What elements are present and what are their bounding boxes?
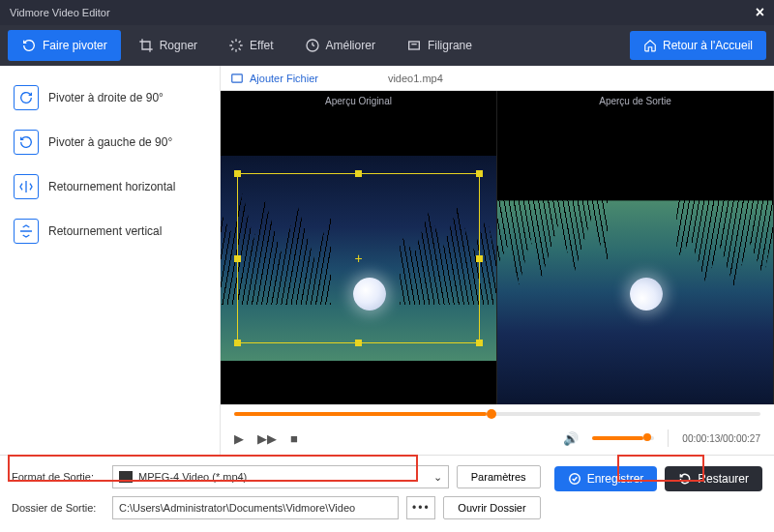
- chevron-down-icon: ⌄: [433, 471, 442, 484]
- volume-icon[interactable]: 🔊: [563, 431, 579, 446]
- refresh-icon: [678, 472, 692, 486]
- output-folder-value: C:\Users\Administrator\Documents\Vidmore…: [119, 502, 355, 514]
- sidebar-flip-vertical[interactable]: Retournement vertical: [6, 209, 214, 253]
- bottom-panel: Format de Sortie: MPEG-4 Video (*.mp4) ⌄…: [0, 455, 774, 532]
- toolbar: Faire pivoter Rogner Effet Améliorer Fil…: [0, 25, 774, 66]
- preview-original-header: Aperçu Original: [221, 91, 497, 112]
- restore-label: Restaurer: [698, 472, 749, 486]
- enhance-icon: [305, 38, 320, 53]
- restore-button[interactable]: Restaurer: [665, 466, 762, 491]
- preview-pane-original[interactable]: +: [221, 112, 497, 404]
- seek-bar[interactable]: [234, 412, 760, 416]
- titlebar: Vidmore Video Editor ×: [0, 0, 774, 25]
- tab-effect[interactable]: Effet: [215, 30, 286, 61]
- svg-rect-2: [232, 74, 243, 81]
- tab-watermark[interactable]: Filigrane: [393, 30, 486, 61]
- output-format-value: MPEG-4 Video (*.mp4): [138, 471, 247, 483]
- rotate-icon: [21, 38, 37, 53]
- sidebar-rotate-left-label: Pivoter à gauche de 90°: [48, 135, 172, 149]
- sidebar-flip-v-label: Retournement vertical: [48, 224, 162, 238]
- open-folder-button[interactable]: Ouvrir Dossier: [443, 496, 540, 519]
- output-format-row: Format de Sortie: MPEG-4 Video (*.mp4) ⌄…: [12, 465, 541, 488]
- sidebar-flip-h-label: Retournement horizontal: [48, 180, 175, 193]
- output-folder-row: Dossier de Sortie: C:\Users\Administrato…: [12, 496, 541, 519]
- rotate-left-icon: [14, 130, 39, 155]
- home-icon: [643, 39, 657, 52]
- tab-crop-label: Rogner: [160, 39, 197, 52]
- stop-icon[interactable]: ■: [290, 431, 298, 446]
- volume-slider[interactable]: [592, 436, 654, 440]
- output-format-label: Format de Sortie:: [12, 471, 104, 483]
- tab-enhance[interactable]: Améliorer: [291, 30, 389, 61]
- rotate-right-icon: [14, 85, 39, 110]
- play-icon[interactable]: ▶: [234, 431, 244, 446]
- close-icon[interactable]: ×: [756, 0, 764, 25]
- tab-watermark-label: Filigrane: [428, 39, 472, 52]
- sidebar-rotate-left[interactable]: Pivoter à gauche de 90°: [6, 120, 214, 164]
- preview-pane-output: [497, 112, 774, 404]
- crop-icon: [138, 38, 154, 53]
- svg-rect-1: [409, 42, 420, 49]
- sparkle-icon: [228, 38, 244, 53]
- preview-area: Aperçu Original Aperçu de Sortie +: [221, 91, 774, 404]
- add-file-label: Ajouter Fichier: [250, 73, 318, 84]
- output-folder-label: Dossier de Sortie:: [12, 502, 104, 514]
- tab-effect-label: Effet: [250, 39, 273, 52]
- save-label: Enregistrer: [587, 472, 644, 486]
- output-format-select[interactable]: MPEG-4 Video (*.mp4) ⌄: [112, 465, 449, 488]
- mpeg-icon: [119, 471, 133, 483]
- add-file-button[interactable]: Ajouter Fichier: [230, 72, 318, 85]
- preview-headers: Aperçu Original Aperçu de Sortie: [221, 91, 774, 112]
- tab-enhance-label: Améliorer: [326, 39, 375, 52]
- flip-horizontal-icon: [14, 174, 39, 199]
- home-label: Retour à l'Accueil: [663, 39, 753, 52]
- flip-vertical-icon: [14, 219, 39, 244]
- seek-row: [221, 404, 774, 422]
- fast-forward-icon[interactable]: ▶▶: [257, 431, 277, 446]
- home-button[interactable]: Retour à l'Accueil: [630, 31, 766, 60]
- browse-folder-button[interactable]: •••: [406, 496, 435, 519]
- preview-output-header: Aperçu de Sortie: [497, 91, 774, 112]
- tab-rotate[interactable]: Faire pivoter: [8, 30, 121, 61]
- save-button[interactable]: Enregistrer: [554, 466, 658, 491]
- settings-button[interactable]: Paramètres: [457, 465, 541, 488]
- tab-rotate-label: Faire pivoter: [43, 39, 107, 52]
- sidebar-flip-horizontal[interactable]: Retournement horizontal: [6, 164, 214, 209]
- crop-box[interactable]: +: [237, 173, 480, 342]
- crop-center-icon: +: [354, 251, 362, 266]
- sidebar-rotate-right[interactable]: Pivoter à droite de 90°: [6, 75, 214, 120]
- check-circle-icon: [568, 472, 581, 486]
- time-display: 00:00:13/00:00:27: [682, 433, 760, 444]
- tab-crop[interactable]: Rogner: [125, 30, 211, 61]
- output-folder-input[interactable]: C:\Users\Administrator\Documents\Vidmore…: [112, 496, 399, 519]
- sidebar-rotate-right-label: Pivoter à droite de 90°: [48, 91, 164, 104]
- workspace: Ajouter Fichier video1.mp4 Aperçu Origin…: [221, 66, 774, 455]
- add-file-icon: [230, 72, 244, 85]
- sidebar: Pivoter à droite de 90° Pivoter à gauche…: [0, 66, 221, 455]
- file-row: Ajouter Fichier video1.mp4: [221, 66, 774, 91]
- watermark-icon: [406, 38, 422, 53]
- current-file-name: video1.mp4: [388, 73, 443, 84]
- app-title: Vidmore Video Editor: [10, 0, 110, 25]
- playback-controls: ▶ ▶▶ ■ 🔊 00:00:13/00:00:27: [221, 422, 774, 455]
